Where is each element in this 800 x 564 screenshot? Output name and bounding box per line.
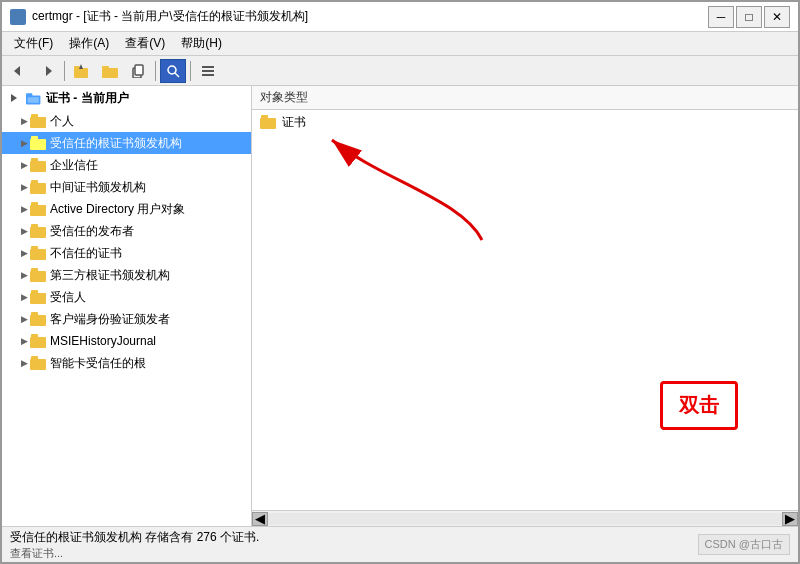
scroll-left-btn[interactable]: ◀ <box>252 512 268 526</box>
svg-line-10 <box>175 73 179 77</box>
tree-item-activedir[interactable]: ▶ Active Directory 用户对象 <box>2 198 251 220</box>
tree-label-msie: MSIEHistoryJournal <box>50 334 156 348</box>
tree-item-client-auth[interactable]: ▶ 客户端身份验证颁发者 <box>2 308 251 330</box>
svg-point-9 <box>168 66 176 74</box>
tree-label-client-auth: 客户端身份验证颁发者 <box>50 311 170 328</box>
expand-trusted-root: ▶ <box>18 137 30 149</box>
expand-msie: ▶ <box>18 335 30 347</box>
back-button[interactable] <box>6 59 32 83</box>
tree-label-smartcard: 智能卡受信任的根 <box>50 355 146 372</box>
expand-trusted-people: ▶ <box>18 291 30 303</box>
status-text-main: 受信任的根证书颁发机构 存储含有 276 个证书. <box>10 529 259 546</box>
folder-intermediate <box>30 180 46 194</box>
window-title: certmgr - [证书 - 当前用户\受信任的根证书颁发机构] <box>32 8 308 25</box>
tree-item-untrusted[interactable]: ▶ 不信任的证书 <box>2 242 251 264</box>
right-content-area: 证书 双击 <box>252 110 798 510</box>
folder-client-auth <box>30 312 46 326</box>
menu-file[interactable]: 文件(F) <box>6 33 61 54</box>
svg-rect-11 <box>202 66 214 68</box>
title-bar-left: certmgr - [证书 - 当前用户\受信任的根证书颁发机构] <box>10 8 308 25</box>
svg-rect-3 <box>74 66 80 69</box>
tree-item-trusted-people[interactable]: ▶ 受信人 <box>2 286 251 308</box>
expand-client-auth: ▶ <box>18 313 30 325</box>
maximize-button[interactable]: □ <box>736 6 762 28</box>
arrow-annotation <box>302 120 522 300</box>
tree-label-trusted-pub: 受信任的发布者 <box>50 223 134 240</box>
tree-item-thirdparty[interactable]: ▶ 第三方根证书颁发机构 <box>2 264 251 286</box>
right-panel-header: 对象类型 <box>252 86 798 110</box>
menu-bar: 文件(F) 操作(A) 查看(V) 帮助(H) <box>2 32 798 56</box>
tree-item-msie[interactable]: ▶ MSIEHistoryJournal <box>2 330 251 352</box>
svg-rect-5 <box>102 68 118 78</box>
scroll-right-btn[interactable]: ▶ <box>782 512 798 526</box>
status-watermark: CSDN @古口古 <box>698 534 790 555</box>
minimize-button[interactable]: ─ <box>708 6 734 28</box>
folder-up-button[interactable] <box>69 59 95 83</box>
svg-rect-6 <box>102 66 109 69</box>
root-expand-icon <box>6 90 22 106</box>
toolbar-separator-1 <box>64 61 65 81</box>
tree-label-activedir: Active Directory 用户对象 <box>50 201 185 218</box>
svg-marker-14 <box>11 94 17 102</box>
svg-rect-8 <box>135 65 143 75</box>
search-button[interactable] <box>160 59 186 83</box>
svg-rect-2 <box>74 68 88 78</box>
tree-item-intermediate[interactable]: ▶ 中间证书颁发机构 <box>2 176 251 198</box>
object-type-label: 对象类型 <box>260 89 308 106</box>
folder-trusted-pub <box>30 224 46 238</box>
svg-marker-1 <box>46 66 52 76</box>
svg-rect-13 <box>202 74 214 76</box>
tree-label-trusted-people: 受信人 <box>50 289 86 306</box>
expand-personal: ▶ <box>18 115 30 127</box>
tree-label-untrusted: 不信任的证书 <box>50 245 122 262</box>
svg-marker-0 <box>14 66 20 76</box>
expand-activedir: ▶ <box>18 203 30 215</box>
cert-folder-icon <box>260 115 276 129</box>
tree-label-thirdparty: 第三方根证书颁发机构 <box>50 267 170 284</box>
folder-trusted-root <box>30 136 46 150</box>
folder-activedir <box>30 202 46 216</box>
expand-enterprise: ▶ <box>18 159 30 171</box>
toolbar-separator-2 <box>155 61 156 81</box>
copy-button[interactable] <box>125 59 151 83</box>
tree-label-intermediate: 中间证书颁发机构 <box>50 179 146 196</box>
tree-item-trusted-pub[interactable]: ▶ 受信任的发布者 <box>2 220 251 242</box>
expand-smartcard: ▶ <box>18 357 30 369</box>
tree-root[interactable]: 证书 - 当前用户 <box>2 86 251 110</box>
folder-smartcard <box>30 356 46 370</box>
folder-untrusted <box>30 246 46 260</box>
main-content: 证书 - 当前用户 ▶ 个人 ▶ 受信任的根证书颁发机构 ▶ 企业信任 ▶ <box>2 86 798 526</box>
cert-item[interactable]: 证书 <box>252 110 798 134</box>
forward-button[interactable] <box>34 59 60 83</box>
right-panel: 对象类型 证书 <box>252 86 798 526</box>
svg-rect-17 <box>28 97 39 103</box>
tree-label-trusted-root: 受信任的根证书颁发机构 <box>50 135 182 152</box>
folder-trusted-people <box>30 290 46 304</box>
expand-untrusted: ▶ <box>18 247 30 259</box>
folder-msie <box>30 334 46 348</box>
folder-personal <box>30 114 46 128</box>
tree-label-personal: 个人 <box>50 113 74 130</box>
menu-help[interactable]: 帮助(H) <box>173 33 230 54</box>
svg-rect-12 <box>202 70 214 72</box>
dblclick-text: 双击 <box>679 394 719 416</box>
menu-action[interactable]: 操作(A) <box>61 33 117 54</box>
tree-item-smartcard[interactable]: ▶ 智能卡受信任的根 <box>2 352 251 374</box>
close-button[interactable]: ✕ <box>764 6 790 28</box>
folder-thirdparty <box>30 268 46 282</box>
dblclick-annotation: 双击 <box>660 381 738 430</box>
cert-item-label: 证书 <box>282 114 306 131</box>
title-bar: certmgr - [证书 - 当前用户\受信任的根证书颁发机构] ─ □ ✕ <box>2 2 798 32</box>
tree-item-personal[interactable]: ▶ 个人 <box>2 110 251 132</box>
horizontal-scrollbar[interactable]: ◀ ▶ <box>252 510 798 526</box>
tree-root-label: 证书 - 当前用户 <box>46 90 129 107</box>
menu-view[interactable]: 查看(V) <box>117 33 173 54</box>
tree-item-enterprise[interactable]: ▶ 企业信任 <box>2 154 251 176</box>
list-button[interactable] <box>195 59 221 83</box>
folder-enterprise <box>30 158 46 172</box>
main-window: certmgr - [证书 - 当前用户\受信任的根证书颁发机构] ─ □ ✕ … <box>0 0 800 564</box>
folder-button[interactable] <box>97 59 123 83</box>
svg-rect-16 <box>26 93 32 96</box>
expand-intermediate: ▶ <box>18 181 30 193</box>
tree-item-trusted-root[interactable]: ▶ 受信任的根证书颁发机构 <box>2 132 251 154</box>
